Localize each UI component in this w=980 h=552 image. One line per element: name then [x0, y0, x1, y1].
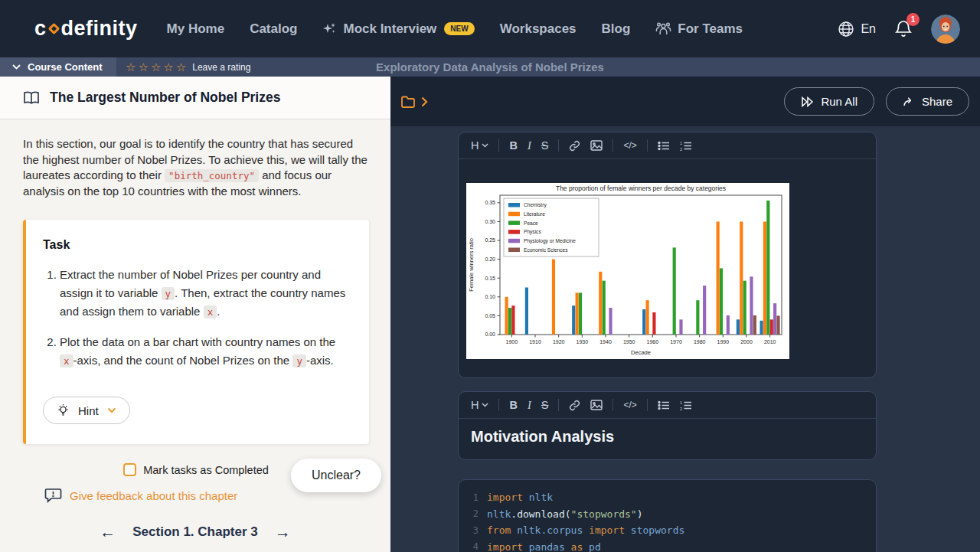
markdown-cell-chart: H B I S </> — [458, 132, 877, 378]
markdown-toolbar: H B I S </> — [459, 392, 876, 419]
lesson-title: The Largest Number of Nobel Prizes — [50, 90, 280, 106]
svg-text:Peace: Peace — [524, 220, 538, 226]
toolbar-divider — [612, 139, 613, 152]
numbered-list-button[interactable]: 12 — [680, 400, 692, 410]
nav-item-for-teams[interactable]: For Teams — [655, 21, 743, 37]
line-number: 2 — [459, 508, 479, 519]
link-button[interactable] — [569, 140, 580, 152]
inline-code: y — [162, 287, 175, 300]
markdown-heading-text[interactable]: Motivation Analysis — [459, 419, 876, 459]
user-avatar[interactable] — [931, 15, 960, 44]
codefinity-logo[interactable]: cdefinity — [34, 17, 138, 41]
svg-text:1: 1 — [680, 400, 682, 405]
strikethrough-button[interactable]: S — [541, 139, 549, 152]
code-button[interactable]: </> — [623, 400, 636, 410]
code-button[interactable]: </> — [623, 140, 636, 151]
language-selector[interactable]: En — [838, 21, 876, 38]
svg-text:Economic Sciences: Economic Sciences — [524, 247, 568, 253]
image-button[interactable] — [590, 140, 603, 151]
star-icon[interactable]: ☆ — [163, 61, 173, 73]
task-item: Extract the number of Nobel Prizes per c… — [60, 266, 354, 322]
heading-button[interactable]: H — [471, 139, 488, 152]
toolbar-divider — [498, 399, 499, 411]
svg-text:Decade: Decade — [631, 349, 651, 356]
prev-chapter-arrow[interactable]: ← — [100, 523, 116, 541]
svg-text:1920: 1920 — [553, 339, 565, 345]
logo-diamond-icon — [47, 23, 60, 35]
notifications-button[interactable]: 1 — [894, 19, 913, 39]
nav-item-mock-interview[interactable]: Mock Interview NEW — [322, 21, 474, 37]
toolbar-divider — [558, 399, 559, 411]
task-card: Task Extract the number of Nobel Prizes … — [23, 220, 369, 444]
bulb-icon — [57, 403, 70, 417]
mark-completed-checkbox[interactable] — [123, 463, 136, 476]
svg-text:0.05: 0.05 — [485, 313, 495, 318]
code-line[interactable]: 3from nltk.corpus import stopwords — [459, 522, 876, 539]
toolbar-divider — [612, 399, 613, 411]
code-editor[interactable]: 1import nltk2nltk.download("stopwords")3… — [458, 479, 877, 552]
folder-icon[interactable] — [400, 95, 416, 109]
svg-text:Physics: Physics — [524, 229, 541, 235]
code-line[interactable]: 1import nltk — [459, 489, 876, 506]
svg-text:1950: 1950 — [623, 339, 635, 345]
notebook-panel: Run All Share H B — [390, 77, 980, 552]
svg-text:2: 2 — [680, 146, 682, 151]
course-content-toggle[interactable]: Course Content — [0, 57, 116, 77]
svg-text:1970: 1970 — [670, 339, 682, 345]
share-button[interactable]: Share — [886, 87, 969, 116]
hint-button[interactable]: Hint — [43, 397, 130, 424]
inline-code: x — [204, 305, 217, 318]
svg-text:1940: 1940 — [599, 339, 612, 345]
code-line[interactable]: 2nltk.download("stopwords") — [459, 506, 876, 523]
line-number: 1 — [459, 492, 479, 503]
link-button[interactable] — [569, 400, 580, 411]
nav-item-my-home[interactable]: My Home — [167, 21, 225, 37]
svg-text:0.30: 0.30 — [485, 219, 495, 224]
hint-label: Hint — [78, 404, 99, 417]
inline-code: "birth_country" — [165, 169, 259, 182]
bullet-list-button[interactable] — [658, 141, 670, 151]
svg-text:0.15: 0.15 — [485, 276, 495, 281]
heading-button[interactable]: H — [471, 399, 488, 411]
notification-count-badge: 1 — [906, 13, 920, 26]
new-badge: NEW — [444, 22, 474, 35]
italic-button[interactable]: I — [528, 139, 531, 152]
bold-button[interactable]: B — [509, 399, 517, 411]
notebook-scroll-area[interactable]: H B I S </> — [390, 126, 980, 552]
run-all-button[interactable]: Run All — [784, 87, 874, 116]
unclear-button[interactable]: Unclear? — [291, 459, 381, 492]
sparkle-icon — [322, 21, 337, 36]
svg-text:1980: 1980 — [694, 339, 706, 345]
svg-text:1: 1 — [680, 141, 682, 145]
svg-text:1910: 1910 — [529, 339, 541, 345]
code-line[interactable]: 4import pandas as pd — [459, 539, 876, 552]
star-icon[interactable]: ☆ — [176, 61, 186, 73]
globe-icon — [838, 21, 854, 38]
next-chapter-arrow[interactable]: → — [275, 523, 291, 541]
nav-item-blog[interactable]: Blog — [602, 21, 631, 37]
star-icon[interactable]: ☆ — [126, 61, 136, 73]
female-winners-chart: 0.000.050.100.150.200.250.300.3519001910… — [466, 183, 789, 359]
star-icon[interactable]: ☆ — [138, 61, 148, 73]
star-icon[interactable]: ☆ — [151, 61, 161, 73]
chevron-right-icon[interactable] — [421, 96, 428, 107]
bullet-list-button[interactable] — [658, 400, 670, 410]
svg-text:2010: 2010 — [764, 339, 776, 345]
leave-rating-label[interactable]: Leave a rating — [192, 62, 250, 73]
bold-button[interactable]: B — [509, 139, 517, 152]
italic-button[interactable]: I — [528, 399, 531, 412]
markdown-toolbar: H B I S </> — [459, 132, 876, 159]
nav-item-catalog[interactable]: Catalog — [250, 21, 297, 37]
task-item: Plot the data on a bar chart with countr… — [60, 333, 354, 371]
svg-text:2000: 2000 — [740, 339, 753, 345]
task-heading: Task — [43, 238, 354, 252]
image-button[interactable] — [590, 400, 603, 410]
toolbar-divider — [647, 139, 648, 152]
svg-text:0.25: 0.25 — [485, 237, 495, 243]
logo-text-pre: c — [34, 17, 47, 41]
notebook-header: Run All Share — [390, 77, 980, 126]
task-list: Extract the number of Nobel Prizes per c… — [43, 266, 354, 370]
numbered-list-button[interactable]: 12 — [680, 141, 692, 151]
strikethrough-button[interactable]: S — [541, 399, 549, 411]
nav-item-workspaces[interactable]: Workspaces — [500, 21, 577, 37]
